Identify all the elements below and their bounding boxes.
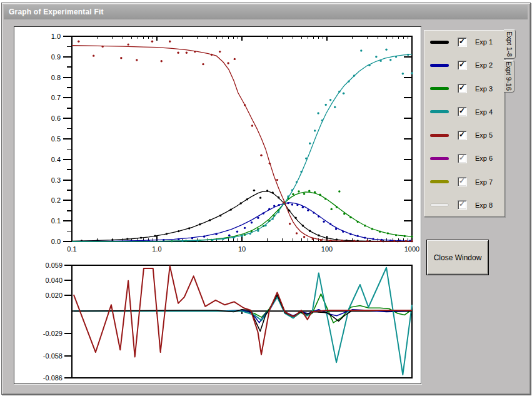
legend-checkbox-exp-7: ✓ [458, 177, 467, 186]
legend-color-swatch [430, 134, 449, 137]
legend-label: Exp 2 [475, 61, 493, 69]
charts-svg: 1.00.90.80.70.60.50.40.30.20.10.00.11.01… [14, 27, 421, 383]
svg-text:-0.086: -0.086 [43, 374, 63, 382]
check-icon: ✓ [459, 200, 465, 209]
window-title: Graph of Experimental Fit [4, 8, 104, 16]
legend-item-5: ✓Exp 5 [424, 129, 504, 141]
legend-item-3: ✓Exp 3 [424, 83, 504, 95]
svg-text:0.059: 0.059 [45, 261, 63, 269]
legend-color-swatch [430, 157, 449, 160]
main-axes-ticks [63, 36, 412, 241]
legend-label: Exp 1 [475, 38, 493, 46]
legend-item-2: ✓Exp 2 [424, 59, 504, 71]
main-series-exp-3 [72, 190, 413, 243]
check-icon: ✓ [459, 106, 465, 116]
svg-text:0.8: 0.8 [51, 74, 61, 81]
main-plot-area: 1.00.90.80.70.60.50.40.30.20.10.00.11.01… [51, 33, 420, 253]
legend-panel: ✓Exp 1✓Exp 2✓Exp 3✓Exp 4✓Exp 5✓Exp 6✓Exp… [424, 30, 505, 217]
svg-text:0.6: 0.6 [51, 114, 61, 122]
check-icon: ✓ [459, 60, 465, 69]
svg-text:-0.058: -0.058 [43, 352, 63, 360]
check-icon: ✓ [459, 176, 465, 186]
tab-label: Expt 1-8 [506, 31, 513, 57]
close-window-button[interactable]: Close Window [426, 240, 489, 275]
residual-series-exp-4 [74, 268, 412, 375]
legend-label: Exp 4 [475, 108, 493, 116]
svg-text:1.0: 1.0 [51, 33, 61, 40]
legend-item-7: ✓Exp 7 [424, 176, 504, 188]
tab-label: Expt 9-16 [505, 61, 513, 91]
svg-text:0.1: 0.1 [67, 245, 76, 253]
legend-color-swatch [430, 180, 449, 183]
svg-text:0.9: 0.9 [51, 53, 61, 61]
svg-text:0.7: 0.7 [51, 94, 61, 101]
legend-label: Exp 6 [475, 155, 493, 162]
tab-expt-1-8[interactable]: Expt 1-8 [504, 29, 516, 59]
legend-checkbox-exp-5[interactable]: ✓ [458, 131, 467, 140]
tab-expt-9-16[interactable]: Expt 9-16 [504, 60, 514, 93]
svg-text:-0.029: -0.029 [43, 330, 63, 337]
chart-panel: 1.00.90.80.70.60.50.40.30.20.10.00.11.01… [14, 26, 421, 384]
legend-item-6: ✓Exp 6 [424, 152, 504, 165]
legend-item-1: ✓Exp 1 [424, 36, 504, 48]
legend-label: Exp 5 [475, 131, 493, 139]
residuals-plot-area: 0.0590.0400.020-0.029-0.058-0.086 [43, 261, 412, 382]
dialog-window: Graph of Experimental Fit 1.00.90.80.70.… [1, 3, 531, 395]
svg-text:0.1: 0.1 [51, 217, 61, 225]
legend-checkbox-exp-6: ✓ [458, 154, 467, 163]
legend-checkbox-exp-4[interactable]: ✓ [458, 107, 467, 116]
svg-text:0.040: 0.040 [45, 277, 63, 284]
legend-label: Exp 3 [475, 85, 493, 93]
legend-item-4: ✓Exp 4 [424, 106, 504, 118]
legend-color-swatch [430, 87, 449, 90]
legend-checkbox-exp-3[interactable]: ✓ [458, 84, 467, 93]
svg-text:0.2: 0.2 [51, 196, 61, 204]
svg-text:100: 100 [321, 245, 333, 253]
svg-text:10: 10 [238, 245, 246, 253]
legend-color-swatch [430, 203, 449, 206]
check-icon: ✓ [459, 37, 465, 46]
main-series-exp-5 [72, 41, 413, 243]
main-series-exp-4 [72, 49, 413, 242]
title-bar[interactable]: Graph of Experimental Fit [4, 5, 528, 19]
svg-text:0.0: 0.0 [51, 238, 61, 245]
svg-text:0.020: 0.020 [45, 292, 63, 299]
legend-color-swatch [430, 41, 449, 44]
legend-color-swatch [430, 64, 449, 67]
svg-text:0.5: 0.5 [51, 135, 61, 143]
legend-checkbox-exp-8: ✓ [458, 200, 467, 210]
svg-text:1.0: 1.0 [152, 245, 161, 253]
legend-color-swatch [430, 110, 449, 113]
legend-label: Exp 8 [475, 201, 493, 209]
check-icon: ✓ [459, 83, 465, 93]
svg-text:1000: 1000 [404, 245, 419, 253]
svg-text:0.3: 0.3 [51, 176, 61, 184]
check-icon: ✓ [459, 130, 465, 140]
svg-text:0.4: 0.4 [51, 156, 61, 163]
legend-label: Exp 7 [475, 178, 493, 186]
legend-checkbox-exp-1[interactable]: ✓ [458, 38, 467, 47]
check-icon: ✓ [459, 153, 465, 163]
legend-checkbox-exp-2[interactable]: ✓ [458, 61, 467, 70]
legend-item-8: ✓Exp 8 [424, 199, 504, 211]
